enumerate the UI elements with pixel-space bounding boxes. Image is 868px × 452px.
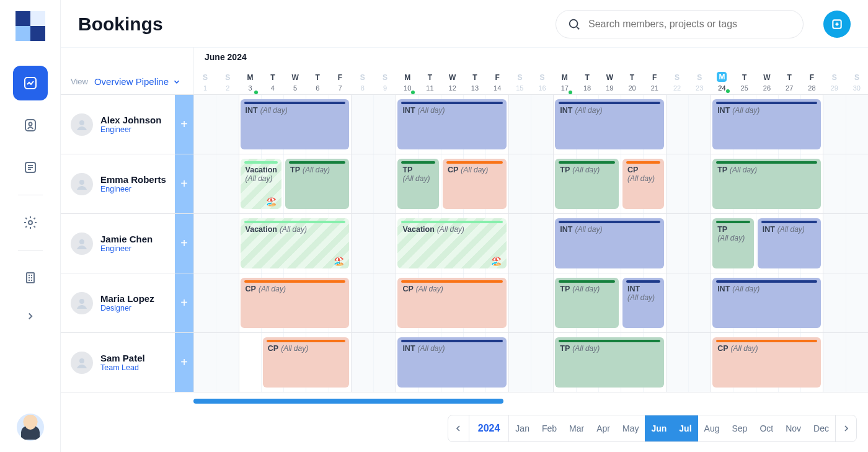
month-jun[interactable]: Jun <box>645 415 673 441</box>
month-jul[interactable]: Jul <box>673 415 698 441</box>
view-selector[interactable]: View Overview Pipeline <box>61 76 193 94</box>
booking-block[interactable]: INT(All day) <box>397 337 506 388</box>
horizontal-scroll[interactable] <box>61 394 868 409</box>
booking-block[interactable]: CP(All day) <box>263 337 349 388</box>
day-header[interactable]: M17 <box>554 73 576 94</box>
booking-block[interactable]: INT(All day) <box>622 278 664 328</box>
search-input[interactable] <box>588 19 792 30</box>
booking-block[interactable]: Vacation(All day)🏖️ <box>241 218 349 268</box>
day-header[interactable]: T18 <box>576 73 598 94</box>
nav-settings[interactable] <box>13 205 48 240</box>
month-dec[interactable]: Dec <box>807 415 835 441</box>
nav-company[interactable] <box>13 260 48 295</box>
svg-point-4 <box>29 221 32 224</box>
month-mar[interactable]: Mar <box>563 415 590 441</box>
day-header[interactable]: S15 <box>508 73 531 94</box>
day-header[interactable]: T6 <box>306 73 329 94</box>
day-header[interactable]: W5 <box>284 73 306 94</box>
day-header[interactable]: S1 <box>194 73 216 94</box>
person-header[interactable]: Jamie ChenEngineer <box>61 214 175 273</box>
day-header[interactable]: M24 <box>711 72 733 94</box>
day-header[interactable]: T20 <box>621 73 643 94</box>
person-header[interactable]: Sam PatelTeam Lead <box>61 333 175 392</box>
add-booking[interactable]: + <box>175 273 193 332</box>
day-header[interactable]: F14 <box>486 73 508 94</box>
person-header[interactable]: Maria LopezDesigner <box>61 273 175 332</box>
nav-list[interactable] <box>13 150 48 185</box>
app-logo[interactable] <box>16 11 45 41</box>
current-user-avatar[interactable] <box>17 414 44 441</box>
booking-block[interactable]: TP(All day) <box>555 337 663 388</box>
month-sep[interactable]: Sep <box>725 415 753 441</box>
month-jan[interactable]: Jan <box>509 415 536 441</box>
booking-block[interactable]: TP(All day) <box>285 159 349 209</box>
booking-block[interactable]: Vacation(All day)🏖️ <box>397 218 506 268</box>
day-header[interactable]: S2 <box>216 73 239 94</box>
person-header[interactable]: Emma RobertsEngineer <box>61 154 175 213</box>
year-label[interactable]: 2024 <box>469 415 510 441</box>
day-header[interactable]: T25 <box>733 73 756 94</box>
day-header[interactable]: S8 <box>352 73 374 94</box>
search-box[interactable] <box>556 10 804 38</box>
booking-block[interactable]: TP(All day) <box>397 159 439 209</box>
row-grid: Vacation(All day)🏖️Vacation(All day)🏖️IN… <box>193 214 868 273</box>
add-booking[interactable]: + <box>175 214 193 273</box>
add-booking[interactable]: + <box>175 333 193 392</box>
booking-block[interactable]: CP(All day) <box>397 278 506 328</box>
day-header[interactable]: S30 <box>846 73 868 94</box>
schedule-row: Sam PatelTeam Lead+CP(All day)INT(All da… <box>61 333 868 392</box>
day-header[interactable]: F28 <box>800 73 823 94</box>
add-booking[interactable]: + <box>175 95 193 154</box>
scroll-thumb[interactable] <box>193 399 503 404</box>
add-button[interactable] <box>823 11 851 38</box>
booking-block[interactable]: INT(All day) <box>241 99 349 149</box>
nav-dashboard[interactable] <box>13 66 48 100</box>
day-header[interactable]: S16 <box>531 73 554 94</box>
booking-block[interactable]: CP(All day) <box>241 278 349 328</box>
month-aug[interactable]: Aug <box>698 415 726 441</box>
day-header[interactable]: F7 <box>329 73 351 94</box>
day-header[interactable]: S9 <box>374 73 396 94</box>
booking-block[interactable]: CP(All day) <box>712 337 821 388</box>
booking-block[interactable]: TP(All day) <box>712 218 754 268</box>
day-header[interactable]: W26 <box>756 73 778 94</box>
month-next[interactable] <box>835 415 856 441</box>
add-booking[interactable]: + <box>175 154 193 213</box>
day-header[interactable]: T11 <box>418 73 441 94</box>
nav-members[interactable] <box>13 108 48 143</box>
month-nov[interactable]: Nov <box>779 415 807 441</box>
booking-block[interactable]: INT(All day) <box>397 99 506 149</box>
nav-expand[interactable] <box>13 299 48 334</box>
booking-block[interactable]: INT(All day) <box>712 278 821 328</box>
booking-block[interactable]: TP(All day) <box>712 159 821 209</box>
month-prev[interactable] <box>448 415 469 441</box>
month-may[interactable]: May <box>616 415 645 441</box>
booking-block[interactable]: CP(All day) <box>443 159 507 209</box>
booking-block[interactable]: INT(All day) <box>758 218 822 268</box>
day-header[interactable]: S23 <box>688 73 711 94</box>
booking-block[interactable]: TP(All day) <box>555 159 619 209</box>
person-name: Jamie Chen <box>100 234 153 244</box>
day-header[interactable]: S29 <box>823 73 846 94</box>
svg-point-6 <box>570 20 578 28</box>
month-feb[interactable]: Feb <box>536 415 563 441</box>
svg-point-11 <box>79 299 84 304</box>
booking-block[interactable]: TP(All day) <box>555 278 619 328</box>
day-header[interactable]: W12 <box>441 73 464 94</box>
booking-block[interactable]: Vacation(All day)🏖️ <box>241 159 282 209</box>
day-header[interactable]: W19 <box>598 73 621 94</box>
booking-block[interactable]: CP(All day) <box>622 159 664 209</box>
booking-block[interactable]: INT(All day) <box>712 99 821 149</box>
day-header[interactable]: M3 <box>239 73 261 94</box>
month-apr[interactable]: Apr <box>590 415 616 441</box>
day-header[interactable]: F21 <box>644 73 666 94</box>
month-oct[interactable]: Oct <box>753 415 779 441</box>
person-header[interactable]: Alex JohnsonEngineer <box>61 95 175 154</box>
day-header[interactable]: S22 <box>666 73 688 94</box>
booking-block[interactable]: INT(All day) <box>555 99 663 149</box>
day-header[interactable]: T4 <box>262 73 284 94</box>
day-header[interactable]: T27 <box>778 73 800 94</box>
day-header[interactable]: M10 <box>396 73 418 94</box>
booking-block[interactable]: INT(All day) <box>555 218 663 268</box>
day-header[interactable]: T13 <box>464 73 486 94</box>
